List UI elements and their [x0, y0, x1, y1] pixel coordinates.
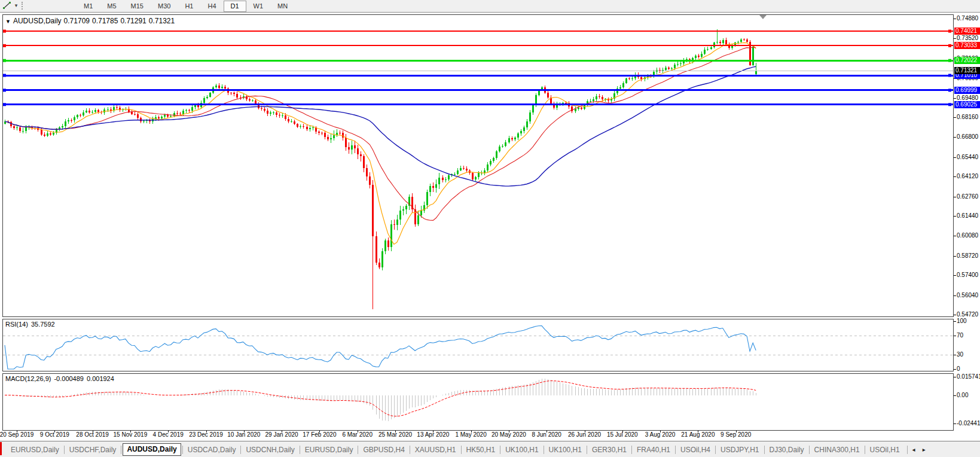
candle-body [318, 132, 320, 133]
candle-body [671, 68, 673, 69]
macd-signal-line [5, 381, 756, 416]
symbol-tab-EURUSD-Daily[interactable]: EURUSD,Daily [301, 444, 357, 456]
symbol-tab-XAUUSD-H1[interactable]: XAUUSD,H1 [411, 444, 460, 456]
symbol-tab-USDCAD-Daily[interactable]: USDCAD,Daily [184, 444, 240, 456]
trendline-tool-icon[interactable] [2, 1, 13, 11]
hline-left-handle[interactable] [3, 30, 6, 33]
symbol-tab-HK50-H1[interactable]: HK50,H1 [463, 444, 499, 456]
candle-body [149, 120, 151, 121]
symbol-tab-CHINA300-H1[interactable]: CHINA300,H1 [811, 444, 863, 456]
symbol-tab-UK100-H1[interactable]: UK100,H1 [502, 444, 542, 456]
hline-right-handle[interactable] [948, 103, 951, 106]
candle-body [529, 112, 531, 121]
candle-body [179, 114, 181, 114]
candle-body [233, 93, 235, 93]
candle-body [143, 121, 145, 121]
toolbar-grip-handle[interactable] [22, 2, 25, 10]
candle-body [363, 156, 365, 167]
candle-body [402, 209, 404, 211]
hline-right-handle[interactable] [948, 74, 951, 77]
symbol-tab-USOil-H4[interactable]: USOil,H4 [677, 444, 714, 456]
candle-body [565, 103, 567, 103]
tab-separator [865, 446, 865, 454]
timeframe-button-H1[interactable]: H1 [178, 1, 200, 12]
hline-left-handle[interactable] [3, 89, 6, 92]
chart-shift-marker-icon[interactable] [759, 15, 767, 19]
candle-body [279, 115, 280, 115]
symbol-tab-AUDUSD-Daily[interactable]: AUDUSD,Daily [123, 443, 181, 456]
tab-bar-left-edge [0, 442, 2, 455]
candle-body [463, 168, 465, 169]
candle-body [53, 133, 54, 135]
candle-body [176, 113, 178, 114]
candle-body [203, 98, 205, 103]
candle-body [294, 121, 295, 124]
hline-right-handle[interactable] [948, 89, 951, 92]
candle-body [25, 127, 27, 131]
candle-body [378, 263, 380, 267]
candle-body [578, 108, 579, 109]
candle-body [19, 127, 21, 130]
candle-body [291, 121, 292, 122]
symbol-tab-UK100-H1[interactable]: UK100,H1 [545, 444, 585, 456]
timeframe-button-M30[interactable]: M30 [151, 1, 178, 12]
candle-body [487, 164, 489, 170]
symbol-tab-EURUSD-Daily[interactable]: EURUSD,Daily [7, 444, 63, 456]
candle-body [707, 49, 709, 50]
hline-left-handle[interactable] [3, 44, 6, 47]
candle-body [454, 174, 456, 175]
candle-body [324, 133, 326, 137]
candle-body [249, 99, 251, 100]
candle-body [270, 112, 271, 114]
candle-body [381, 251, 383, 268]
timeframe-button-MN[interactable]: MN [270, 1, 295, 12]
candle-body [107, 109, 109, 110]
candle-body [230, 93, 232, 93]
symbol-tab-FRA40-H1[interactable]: FRA40,H1 [633, 444, 674, 456]
hline-left-handle[interactable] [3, 103, 6, 106]
timeframe-button-D1[interactable]: D1 [224, 1, 246, 12]
candle-body [599, 96, 600, 97]
candle-body [680, 63, 682, 64]
symbol-tab-USOil-H1[interactable]: USOil,H1 [866, 444, 903, 456]
hline-right-handle[interactable] [948, 44, 951, 47]
symbol-tab-USDCNH-Daily[interactable]: USDCNH,Daily [242, 444, 298, 456]
hline-right-handle[interactable] [948, 59, 951, 62]
candle-body [333, 135, 335, 138]
candle-body [631, 78, 633, 80]
timeframe-button-M1[interactable]: M1 [77, 1, 100, 12]
candle-body [182, 111, 184, 114]
candle-body [206, 97, 208, 99]
candle-body [68, 120, 69, 121]
candle-body [224, 87, 226, 89]
macd-panel-border [3, 374, 954, 431]
candle-body [50, 133, 51, 135]
timeframe-button-M15[interactable]: M15 [124, 1, 151, 12]
tab-scroll-left-icon[interactable]: ◂ [909, 446, 919, 453]
hline-left-handle[interactable] [3, 59, 6, 62]
candle-body [508, 138, 510, 142]
symbol-tab-DJ30-Daily[interactable]: DJ30,Daily [766, 444, 808, 456]
price-chart-canvas[interactable] [0, 0, 980, 457]
symbol-tab-GBPUSD-H4[interactable]: GBPUSD,H4 [359, 444, 408, 456]
candle-body [13, 126, 15, 128]
candle-body [384, 240, 386, 251]
hline-left-handle[interactable] [3, 74, 6, 77]
candle-body [484, 170, 486, 173]
timeframe-button-M5[interactable]: M5 [100, 1, 123, 12]
candle-body [478, 173, 480, 177]
tab-scroll-right-icon[interactable]: ▸ [919, 446, 929, 453]
symbol-tab-USDCHF-Daily[interactable]: USDCHF,Daily [66, 444, 120, 456]
tab-separator [300, 446, 300, 454]
timeframe-button-H4[interactable]: H4 [200, 1, 223, 12]
candle-body [405, 206, 407, 209]
candle-body [677, 64, 679, 65]
dropdown-caret-icon[interactable]: ▾ [13, 1, 20, 11]
timeframe-button-W1[interactable]: W1 [246, 1, 271, 12]
symbol-tab-USDJPY-H1[interactable]: USDJPY,H1 [717, 444, 762, 456]
hline-right-handle[interactable] [948, 30, 951, 33]
tab-separator [121, 446, 121, 454]
candle-body [71, 120, 72, 121]
tab-separator [675, 446, 676, 454]
symbol-tab-GER30-H1[interactable]: GER30,H1 [588, 444, 630, 456]
